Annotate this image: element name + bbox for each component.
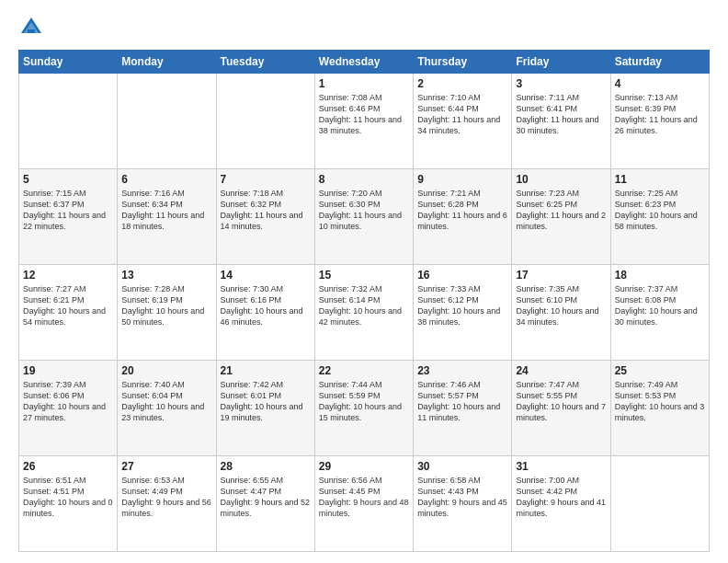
day-info: Sunrise: 7:40 AM Sunset: 6:04 PM Dayligh… (121, 379, 211, 424)
day-number: 4 (615, 77, 705, 90)
day-number: 25 (615, 364, 705, 377)
day-number: 30 (417, 460, 507, 473)
day-header-tuesday: Tuesday (216, 51, 314, 74)
calendar-cell: 11Sunrise: 7:25 AM Sunset: 6:23 PM Dayli… (610, 169, 709, 265)
calendar-cell: 27Sunrise: 6:53 AM Sunset: 4:49 PM Dayli… (118, 456, 216, 552)
day-number: 10 (516, 173, 606, 186)
day-info: Sunrise: 7:47 AM Sunset: 5:55 PM Dayligh… (516, 379, 606, 424)
day-info: Sunrise: 7:18 AM Sunset: 6:32 PM Dayligh… (221, 188, 311, 233)
day-number: 14 (221, 269, 311, 282)
day-number: 3 (516, 77, 606, 90)
calendar-cell (216, 74, 314, 169)
day-number: 17 (516, 269, 606, 282)
day-info: Sunrise: 7:10 AM Sunset: 6:44 PM Dayligh… (417, 92, 507, 137)
day-info: Sunrise: 7:28 AM Sunset: 6:19 PM Dayligh… (121, 283, 211, 328)
day-info: Sunrise: 7:33 AM Sunset: 6:12 PM Dayligh… (417, 283, 507, 328)
day-number: 8 (319, 173, 409, 186)
calendar-cell: 31Sunrise: 7:00 AM Sunset: 4:42 PM Dayli… (512, 456, 610, 552)
day-header-sunday: Sunday (19, 51, 118, 74)
calendar-cell: 30Sunrise: 6:58 AM Sunset: 4:43 PM Dayli… (414, 456, 512, 552)
day-info: Sunrise: 7:44 AM Sunset: 5:59 PM Dayligh… (319, 379, 409, 424)
day-number: 22 (319, 364, 409, 377)
day-number: 6 (121, 173, 211, 186)
day-number: 1 (319, 77, 409, 90)
day-info: Sunrise: 7:20 AM Sunset: 6:30 PM Dayligh… (319, 188, 409, 233)
day-header-thursday: Thursday (414, 51, 512, 74)
calendar-cell: 4Sunrise: 7:13 AM Sunset: 6:39 PM Daylig… (610, 74, 709, 169)
calendar-cell (610, 456, 709, 552)
calendar-cell: 1Sunrise: 7:08 AM Sunset: 6:46 PM Daylig… (314, 74, 413, 169)
day-number: 19 (23, 364, 113, 377)
calendar-week-1: 1Sunrise: 7:08 AM Sunset: 6:46 PM Daylig… (19, 74, 710, 169)
calendar-cell: 5Sunrise: 7:15 AM Sunset: 6:37 PM Daylig… (19, 169, 118, 265)
day-info: Sunrise: 6:56 AM Sunset: 4:45 PM Dayligh… (319, 475, 409, 520)
day-info: Sunrise: 7:25 AM Sunset: 6:23 PM Dayligh… (615, 188, 705, 233)
calendar-cell: 25Sunrise: 7:49 AM Sunset: 5:53 PM Dayli… (610, 361, 709, 456)
day-number: 13 (121, 269, 211, 282)
day-number: 16 (417, 269, 507, 282)
day-number: 7 (221, 173, 311, 186)
calendar-cell: 15Sunrise: 7:32 AM Sunset: 6:14 PM Dayli… (314, 265, 413, 361)
calendar-cell: 7Sunrise: 7:18 AM Sunset: 6:32 PM Daylig… (216, 169, 314, 265)
day-info: Sunrise: 7:15 AM Sunset: 6:37 PM Dayligh… (23, 188, 113, 233)
calendar-cell: 29Sunrise: 6:56 AM Sunset: 4:45 PM Dayli… (314, 456, 413, 552)
page: SundayMondayTuesdayWednesdayThursdayFrid… (0, 0, 728, 563)
day-info: Sunrise: 6:51 AM Sunset: 4:51 PM Dayligh… (23, 475, 113, 520)
day-info: Sunrise: 7:37 AM Sunset: 6:08 PM Dayligh… (615, 283, 705, 328)
calendar-cell: 8Sunrise: 7:20 AM Sunset: 6:30 PM Daylig… (314, 169, 413, 265)
day-info: Sunrise: 7:30 AM Sunset: 6:16 PM Dayligh… (221, 283, 311, 328)
day-number: 12 (23, 269, 113, 282)
day-header-wednesday: Wednesday (314, 51, 413, 74)
day-header-monday: Monday (118, 51, 216, 74)
calendar-week-3: 12Sunrise: 7:27 AM Sunset: 6:21 PM Dayli… (19, 265, 710, 361)
calendar-cell: 10Sunrise: 7:23 AM Sunset: 6:25 PM Dayli… (512, 169, 610, 265)
day-info: Sunrise: 6:58 AM Sunset: 4:43 PM Dayligh… (417, 475, 507, 520)
day-info: Sunrise: 7:27 AM Sunset: 6:21 PM Dayligh… (23, 283, 113, 328)
calendar-cell: 18Sunrise: 7:37 AM Sunset: 6:08 PM Dayli… (610, 265, 709, 361)
calendar-cell: 12Sunrise: 7:27 AM Sunset: 6:21 PM Dayli… (19, 265, 118, 361)
header (18, 15, 710, 40)
day-header-friday: Friday (512, 51, 610, 74)
calendar-week-2: 5Sunrise: 7:15 AM Sunset: 6:37 PM Daylig… (19, 169, 710, 265)
calendar-cell (118, 74, 216, 169)
calendar-cell: 2Sunrise: 7:10 AM Sunset: 6:44 PM Daylig… (414, 74, 512, 169)
calendar-cell: 24Sunrise: 7:47 AM Sunset: 5:55 PM Dayli… (512, 361, 610, 456)
calendar-cell: 19Sunrise: 7:39 AM Sunset: 6:06 PM Dayli… (19, 361, 118, 456)
calendar-cell (19, 74, 118, 169)
day-info: Sunrise: 7:08 AM Sunset: 6:46 PM Dayligh… (319, 92, 409, 137)
calendar-cell: 28Sunrise: 6:55 AM Sunset: 4:47 PM Dayli… (216, 456, 314, 552)
day-info: Sunrise: 7:23 AM Sunset: 6:25 PM Dayligh… (516, 188, 606, 233)
day-number: 2 (417, 77, 507, 90)
calendar-cell: 3Sunrise: 7:11 AM Sunset: 6:41 PM Daylig… (512, 74, 610, 169)
day-number: 31 (516, 460, 606, 473)
calendar-cell: 20Sunrise: 7:40 AM Sunset: 6:04 PM Dayli… (118, 361, 216, 456)
calendar-cell: 26Sunrise: 6:51 AM Sunset: 4:51 PM Dayli… (19, 456, 118, 552)
day-info: Sunrise: 7:32 AM Sunset: 6:14 PM Dayligh… (319, 283, 409, 328)
calendar-cell: 6Sunrise: 7:16 AM Sunset: 6:34 PM Daylig… (118, 169, 216, 265)
svg-rect-2 (28, 29, 35, 33)
calendar-cell: 23Sunrise: 7:46 AM Sunset: 5:57 PM Dayli… (414, 361, 512, 456)
day-info: Sunrise: 7:39 AM Sunset: 6:06 PM Dayligh… (23, 379, 113, 424)
day-info: Sunrise: 7:21 AM Sunset: 6:28 PM Dayligh… (417, 188, 507, 233)
day-number: 27 (121, 460, 211, 473)
day-number: 26 (23, 460, 113, 473)
day-info: Sunrise: 7:46 AM Sunset: 5:57 PM Dayligh… (417, 379, 507, 424)
logo-icon (18, 15, 44, 40)
calendar-cell: 22Sunrise: 7:44 AM Sunset: 5:59 PM Dayli… (314, 361, 413, 456)
calendar-cell: 17Sunrise: 7:35 AM Sunset: 6:10 PM Dayli… (512, 265, 610, 361)
day-number: 29 (319, 460, 409, 473)
day-info: Sunrise: 7:13 AM Sunset: 6:39 PM Dayligh… (615, 92, 705, 137)
day-info: Sunrise: 7:00 AM Sunset: 4:42 PM Dayligh… (516, 475, 606, 520)
day-number: 5 (23, 173, 113, 186)
calendar-cell: 16Sunrise: 7:33 AM Sunset: 6:12 PM Dayli… (414, 265, 512, 361)
day-number: 28 (221, 460, 311, 473)
logo (18, 15, 48, 40)
day-number: 9 (417, 173, 507, 186)
day-number: 11 (615, 173, 705, 186)
day-info: Sunrise: 6:55 AM Sunset: 4:47 PM Dayligh… (221, 475, 311, 520)
day-header-saturday: Saturday (610, 51, 709, 74)
calendar-week-4: 19Sunrise: 7:39 AM Sunset: 6:06 PM Dayli… (19, 361, 710, 456)
day-number: 24 (516, 364, 606, 377)
day-number: 23 (417, 364, 507, 377)
day-info: Sunrise: 7:35 AM Sunset: 6:10 PM Dayligh… (516, 283, 606, 328)
